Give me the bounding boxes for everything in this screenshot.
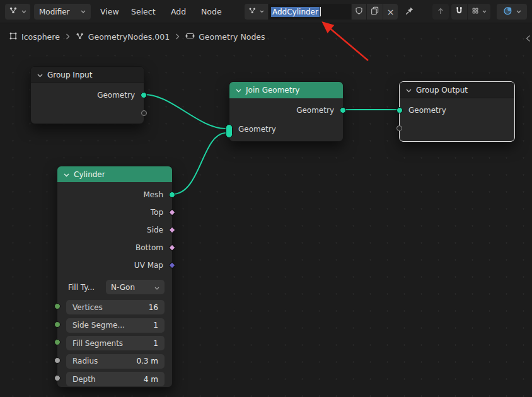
collapse-chevron-icon[interactable] (37, 71, 43, 79)
node-header[interactable]: Join Geometry (229, 82, 343, 98)
socket-input-fill-segments[interactable] (54, 339, 61, 345)
text-cursor (320, 7, 321, 16)
field-fill-segments[interactable]: Fill Segments 1 (66, 336, 165, 350)
node-cylinder[interactable]: Cylinder Mesh Top Side Bottom UV Map Fil… (57, 166, 173, 388)
socket-input-depth[interactable] (54, 375, 61, 381)
new-copy-button[interactable] (367, 4, 383, 20)
socket-output-geometry[interactable] (340, 107, 346, 113)
chevron-down-icon (154, 283, 159, 292)
mode-dropdown[interactable]: Modifier (34, 4, 91, 20)
output-row-mesh: Mesh (57, 186, 172, 204)
node-header[interactable]: Cylinder (57, 166, 172, 182)
collapse-chevron-icon[interactable] (406, 86, 412, 95)
node-group-output[interactable]: Group Output Geometry (399, 81, 515, 142)
socket-multi-input-geometry[interactable] (226, 124, 233, 138)
menu-select[interactable]: Select (127, 4, 160, 20)
field-label: Radius (72, 357, 98, 365)
output-row-geometry: Geometry (31, 86, 144, 105)
output-row-uv-map: UV Map (57, 256, 172, 274)
socket-label: Geometry (238, 125, 276, 134)
node-header[interactable]: Group Output (400, 82, 514, 98)
node-title: Group Input (47, 71, 92, 79)
menu-node[interactable]: Node (197, 4, 226, 20)
fill-type-row: Fill Ty... N-Gon (68, 280, 165, 294)
field-label: Vertices (72, 303, 103, 312)
chevron-down-icon (21, 10, 26, 13)
editor-type-button[interactable] (5, 4, 30, 20)
breadcrumb-separator-icon (66, 32, 70, 42)
socket-input-side-segments[interactable] (54, 321, 61, 328)
snapping-controls (451, 4, 490, 20)
go-to-parent-tree-button[interactable] (432, 4, 449, 20)
socket-label: Side (147, 226, 163, 234)
input-row-geometry: Geometry (229, 120, 343, 139)
field-value: 1 (153, 321, 158, 330)
breadcrumb-item-nodetree: GeometryNodes.001 (76, 32, 170, 42)
collapse-chevron-icon[interactable] (64, 170, 69, 179)
pin-button[interactable] (402, 4, 417, 20)
socket-label: Geometry (408, 106, 446, 115)
field-label: Fill Segments (72, 339, 123, 348)
socket-input-radius[interactable] (54, 357, 61, 364)
overlays-dropdown[interactable] (497, 4, 527, 20)
socket-input-vertices[interactable] (54, 303, 61, 309)
chevron-down-icon (516, 10, 521, 13)
field-radius[interactable]: Radius 0.3 m (66, 354, 165, 369)
unlink-button[interactable]: × (383, 4, 398, 20)
node-group-input[interactable]: Group Input Geometry (30, 66, 144, 124)
snap-toggle-button[interactable] (451, 4, 467, 20)
fake-user-button[interactable] (352, 4, 366, 20)
fill-type-dropdown[interactable]: N-Gon (106, 280, 165, 294)
snap-grid-icon (471, 7, 479, 16)
field-vertices[interactable]: Vertices 16 (66, 300, 165, 314)
browse-nodetree-button[interactable] (245, 4, 268, 20)
socket-output-mesh[interactable] (169, 192, 175, 198)
node-header[interactable]: Group Input (31, 67, 144, 83)
node-join-geometry[interactable]: Join Geometry Geometry Geometry (229, 81, 344, 142)
socket-output-geometry[interactable] (141, 92, 147, 98)
chevron-down-icon (482, 10, 487, 13)
breadcrumb-label: Icosphere (21, 32, 60, 42)
chevron-down-icon (81, 10, 86, 13)
collapse-chevron-icon[interactable] (236, 86, 241, 95)
selected-text: AddCylinder (271, 7, 320, 17)
object-data-icon (9, 32, 18, 42)
socket-input-virtual[interactable] (396, 125, 402, 131)
input-row-geometry: Geometry (400, 101, 514, 120)
menu-add[interactable]: Add (166, 4, 190, 20)
nodetree-icon (76, 32, 84, 42)
output-row-top: Top (57, 204, 172, 221)
shield-icon (355, 6, 363, 17)
menu-view[interactable]: View (96, 4, 124, 20)
breadcrumb-separator-icon (175, 32, 180, 42)
output-row-geometry: Geometry (229, 101, 343, 120)
socket-label: Top (151, 208, 163, 217)
socket-label: Bottom (136, 243, 163, 252)
field-label: Depth (72, 375, 96, 384)
snap-target-dropdown[interactable] (468, 4, 490, 20)
region-toggle-icon[interactable] (526, 35, 531, 44)
node-title: Group Output (416, 86, 468, 95)
snap-magnet-icon (455, 6, 463, 17)
node-title: Join Geometry (246, 86, 299, 95)
breadcrumb-label: Geometry Nodes (199, 32, 265, 42)
blender-geometry-node-editor: Modifier View Select Add Node AddCylinde… (0, 0, 532, 397)
close-icon: × (387, 7, 395, 17)
field-depth[interactable]: Depth 4 m (66, 372, 165, 386)
output-row-side: Side (57, 221, 172, 239)
node-title: Cylinder (74, 170, 105, 179)
node-tree-id-block: AddCylinder × (245, 4, 398, 20)
overlays-icon (503, 6, 513, 18)
fill-type-value: N-Gon (111, 283, 135, 292)
node-tree-name-input[interactable]: AddCylinder (269, 4, 351, 20)
field-value: 0.3 m (136, 357, 158, 365)
pin-icon (405, 6, 414, 18)
node-editor-icon (9, 6, 18, 17)
socket-label: Geometry (97, 91, 135, 100)
breadcrumb-item-object: Icosphere (9, 32, 60, 42)
socket-label: UV Map (134, 261, 163, 270)
socket-label: Mesh (143, 190, 163, 199)
socket-output-virtual[interactable] (141, 110, 147, 116)
socket-input-geometry[interactable] (396, 107, 403, 113)
field-side-segments[interactable]: Side Segme... 1 (66, 318, 165, 333)
